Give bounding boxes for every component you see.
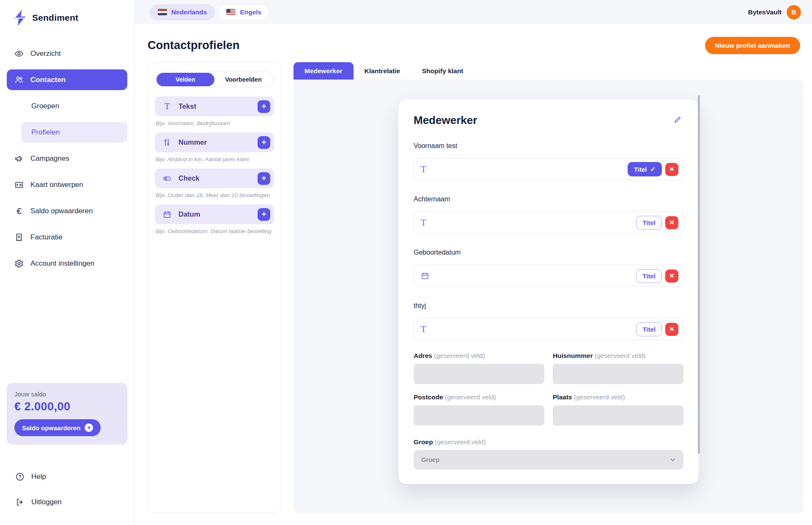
card-header: Medewerker xyxy=(414,114,683,127)
euro-icon: € xyxy=(14,206,24,216)
sidebar-item-profielen[interactable]: Profielen xyxy=(21,122,127,143)
add-tekst-button[interactable]: + xyxy=(258,100,270,113)
close-icon: ✕ xyxy=(669,165,675,173)
new-profile-button[interactable]: Nieuw profiel aanmaken xyxy=(705,37,800,54)
field-type-hint: Bijv. Geboortedatum, Datum laatste beste… xyxy=(156,228,273,234)
text-icon: T xyxy=(421,325,431,333)
page-title: Contactprofielen xyxy=(148,39,240,52)
profile-tab-panel: Medewerker Voornaam test T xyxy=(294,80,804,513)
field-type-label: Check xyxy=(178,174,200,182)
sidebar-item-label: Saldo opwaarderen xyxy=(30,207,93,215)
sidebar-item-kaart-ontwerpen[interactable]: Kaart ontwerpen xyxy=(7,174,127,195)
groep-select-value: Groep xyxy=(421,456,439,464)
users-icon xyxy=(14,75,24,85)
reserved-label-text: Groep xyxy=(414,438,433,445)
sidebar-item-label: Help xyxy=(31,473,46,481)
plus-icon: + xyxy=(85,423,93,432)
language-pill-engels[interactable]: Engels xyxy=(218,4,269,20)
reserved-field-label: Postcode (geserveerd veld) xyxy=(414,393,544,401)
field-type-label: Nummer xyxy=(178,138,207,146)
sidebar-item-uitloggen[interactable]: Uitloggen xyxy=(8,494,127,511)
nl-flag-icon xyxy=(158,9,167,15)
sidebar-item-overzicht[interactable]: Overzicht xyxy=(7,43,127,64)
account-name: BytesVault xyxy=(748,8,782,16)
reserved-note: (geserveerd veld) xyxy=(595,352,646,359)
field-row: T Titel ✕ xyxy=(414,318,683,340)
reserved-label-text: Plaats xyxy=(553,393,572,401)
tab-klantrelatie[interactable]: Klantrelatie xyxy=(354,62,411,80)
card-scrollbar[interactable] xyxy=(698,95,700,454)
language-pill-nederlands[interactable]: Nederlands xyxy=(150,4,215,20)
reserved-note: (geserveerd veld) xyxy=(445,393,496,401)
check-icon: ✓ xyxy=(650,165,656,173)
profiles-tab-area: Medewerker Klantrelatie Shopify klant Me… xyxy=(294,62,804,513)
number-icon: 01 10 xyxy=(162,139,172,146)
field-type-check[interactable]: Check + xyxy=(155,168,274,188)
sidebar-footer: Help Uitloggen xyxy=(7,468,127,511)
topbar: Nederlands Engels BytesVault B xyxy=(134,0,812,24)
close-icon: ✕ xyxy=(669,325,675,333)
tab-shopify-klant[interactable]: Shopify klant xyxy=(411,62,474,80)
sidebar-item-label: Campagnes xyxy=(30,154,69,163)
adres-input xyxy=(414,364,544,384)
edit-profile-button[interactable] xyxy=(672,114,683,127)
add-check-button[interactable]: + xyxy=(258,172,270,185)
tab-medewerker[interactable]: Medewerker xyxy=(294,62,354,80)
huisnummer-input xyxy=(553,364,683,384)
calendar-icon xyxy=(421,272,431,280)
tab-voorbeelden[interactable]: Voorbeelden xyxy=(214,73,272,86)
sidebar-item-label: Overzicht xyxy=(30,49,61,58)
sidebar-item-campagnes[interactable]: Campagnes xyxy=(7,148,127,169)
account-menu[interactable]: BytesVault B xyxy=(748,5,801,19)
profile-field-geboortedatum: Geboortedatum Titel ✕ xyxy=(414,249,683,287)
chevron-down-icon xyxy=(670,457,676,463)
sidebar-item-label: Groepen xyxy=(31,102,59,110)
sidebar-item-label: Uitloggen xyxy=(31,498,62,506)
field-type-datum[interactable]: Datum + xyxy=(155,204,274,224)
field-type-tekst[interactable]: T Tekst + xyxy=(155,96,274,116)
field-label: thtyj xyxy=(414,302,683,310)
titel-toggle-button[interactable]: Titel xyxy=(636,216,662,230)
reserved-field-huisnummer: Huisnummer (geserveerd veld) xyxy=(553,352,683,384)
sidebar-item-label: Profielen xyxy=(31,128,60,137)
brand-logo: Sendiment xyxy=(7,9,127,26)
remove-field-button[interactable]: ✕ xyxy=(665,216,678,229)
add-datum-button[interactable]: + xyxy=(258,208,270,221)
sidebar-item-label: Kaart ontwerpen xyxy=(30,181,83,189)
sidebar-item-help[interactable]: Help xyxy=(8,468,127,485)
reserved-field-label: Adres (geserveerd veld) xyxy=(414,352,544,360)
language-switcher: Nederlands Engels xyxy=(150,4,269,20)
profile-field-thtyj: thtyj T Titel ✕ xyxy=(414,302,683,340)
reserved-label-text: Postcode xyxy=(414,393,443,401)
megaphone-icon xyxy=(14,154,24,163)
tab-velden[interactable]: Velden xyxy=(156,73,214,86)
titel-toggle-button[interactable]: Titel ✓ xyxy=(628,162,662,176)
field-type-nummer[interactable]: 01 10 Nummer + xyxy=(155,132,274,152)
sidebar-item-groepen[interactable]: Groepen xyxy=(7,96,127,116)
gear-icon xyxy=(14,259,24,268)
sidebar-item-contacten[interactable]: Contacten xyxy=(7,69,127,90)
invoice-icon xyxy=(14,233,24,242)
remove-field-button[interactable]: ✕ xyxy=(665,323,678,336)
sidebar: Sendiment Overzicht Contacten Groepen Pr… xyxy=(0,0,134,525)
sidebar-item-facturatie[interactable]: Facturatie xyxy=(7,227,127,247)
main-content: Contactprofielen Nieuw profiel aanmaken … xyxy=(134,24,812,525)
page-header: Contactprofielen Nieuw profiel aanmaken xyxy=(134,24,812,54)
language-label: Engels xyxy=(240,8,261,16)
profile-field-voornaam-test: Voornaam test T Titel ✓ ✕ xyxy=(414,142,683,180)
close-icon: ✕ xyxy=(669,272,675,280)
titel-toggle-button[interactable]: Titel xyxy=(636,269,662,283)
us-flag-icon xyxy=(226,9,236,15)
sidebar-item-account-instellingen[interactable]: Account instellingen xyxy=(7,253,127,274)
titel-toggle-button[interactable]: Titel xyxy=(636,322,662,336)
plaats-input xyxy=(553,405,683,426)
remove-field-button[interactable]: ✕ xyxy=(665,163,678,176)
remove-field-button[interactable]: ✕ xyxy=(665,269,678,283)
balance-topup-button[interactable]: Saldo opwaarderen + xyxy=(14,419,101,436)
field-label: Voornaam test xyxy=(414,142,683,150)
field-type-label: Datum xyxy=(178,210,200,218)
close-icon: ✕ xyxy=(669,219,675,226)
profile-tabs: Medewerker Klantrelatie Shopify klant xyxy=(294,62,804,80)
sidebar-item-saldo-opwaarderen[interactable]: € Saldo opwaarderen xyxy=(7,201,127,221)
add-nummer-button[interactable]: + xyxy=(258,136,270,149)
